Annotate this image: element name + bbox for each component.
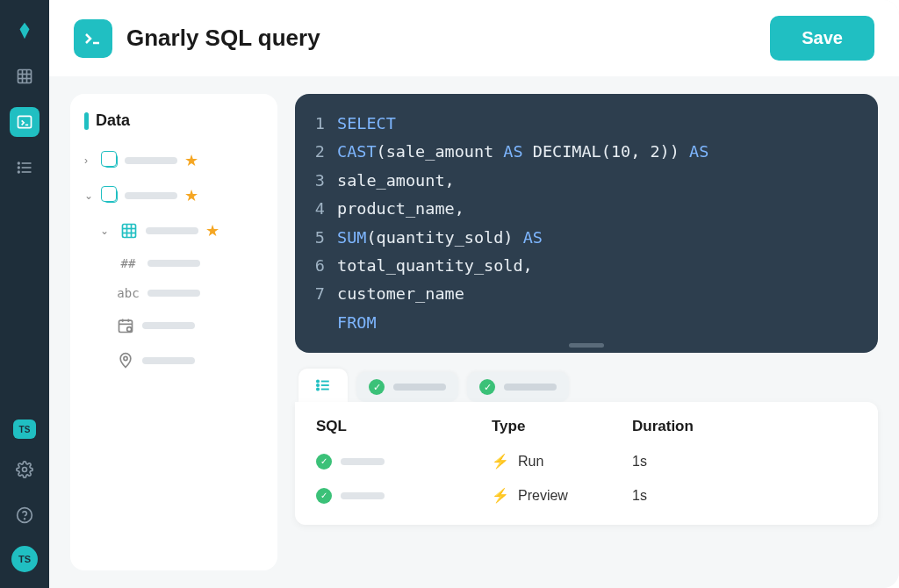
skeleton-text (147, 260, 200, 267)
tree-row[interactable] (84, 312, 263, 339)
calendar-icon (116, 316, 135, 335)
code-text: SUM(quantity_sold) AS (337, 224, 543, 252)
nav-terminal[interactable] (10, 107, 40, 137)
tree-row[interactable]: ## (84, 253, 263, 274)
star-icon[interactable]: ★ (184, 186, 198, 205)
svg-point-26 (127, 327, 132, 332)
settings-icon[interactable] (10, 455, 40, 484)
terminal-icon (74, 19, 112, 58)
check-icon: ✓ (316, 454, 332, 470)
bolt-icon: ⚡ (492, 487, 509, 504)
code-text: total_quantity_sold, (337, 252, 533, 280)
chevron-right-icon: › (84, 154, 97, 167)
code-text: FROM (337, 309, 377, 337)
line-number: 7 (313, 280, 337, 308)
bolt-icon: ⚡ (492, 453, 509, 470)
accent-bar (84, 112, 89, 130)
star-icon[interactable]: ★ (205, 221, 219, 240)
column-type-icon: abc (116, 286, 140, 300)
column-type-icon: ## (116, 256, 140, 270)
col-header-type: Type (492, 418, 632, 435)
svg-rect-5 (18, 116, 32, 127)
skeleton-text (504, 384, 557, 391)
list-icon (314, 377, 332, 393)
code-text: sale_amount, (337, 167, 455, 195)
table-icon (119, 221, 139, 240)
skeleton-text (142, 357, 195, 364)
skeleton-text (125, 157, 177, 164)
code-line: 7customer_name (313, 280, 860, 308)
code-text: CAST(sale_amount AS DECIMAL(10, 2)) AS (337, 138, 708, 166)
code-line: 1SELECT (313, 110, 860, 138)
line-number: 6 (313, 252, 337, 280)
svg-point-32 (317, 384, 319, 386)
svg-point-12 (18, 171, 20, 173)
location-icon (116, 351, 135, 370)
dataset-icon (104, 154, 118, 168)
svg-point-15 (25, 519, 25, 520)
code-line: 6total_quantity_sold, (313, 252, 860, 280)
row-type: Run (518, 454, 543, 470)
chevron-down-icon: ⌄ (100, 225, 112, 237)
page-title: Gnarly SQL query (126, 25, 756, 52)
results-panel: ✓ ✓ SQL Type Duration (295, 369, 878, 525)
dataset-icon (104, 189, 118, 203)
tree-row[interactable]: ⌄★ (84, 183, 263, 209)
tree-row[interactable] (84, 348, 263, 374)
svg-point-13 (23, 468, 27, 472)
line-number: 2 (313, 138, 337, 166)
avatar[interactable]: TS (11, 546, 38, 572)
results-table: SQL Type Duration ✓⚡Run1s✓⚡Preview1s (295, 402, 878, 525)
star-icon[interactable]: ★ (184, 151, 198, 170)
help-icon[interactable] (10, 500, 40, 530)
chevron-down-icon: ⌄ (84, 190, 97, 202)
svg-point-27 (124, 356, 127, 360)
svg-point-11 (18, 167, 20, 169)
tab-result-1[interactable]: ✓ (356, 372, 458, 402)
check-icon: ✓ (479, 379, 495, 395)
header: Gnarly SQL query Save (49, 0, 899, 76)
tab-list[interactable] (298, 369, 348, 402)
skeleton-text (125, 192, 177, 199)
tree-row[interactable]: ›★ (84, 147, 263, 174)
nav-list[interactable] (10, 153, 40, 183)
code-line: 3sale_amount, (313, 167, 860, 195)
svg-rect-17 (123, 225, 136, 238)
sidebar-nav: TS TS (0, 0, 49, 588)
svg-point-10 (18, 162, 20, 164)
resize-handle[interactable] (569, 343, 604, 348)
table-row[interactable]: ✓⚡Run1s (295, 444, 878, 478)
save-button[interactable]: Save (770, 16, 874, 61)
svg-point-31 (317, 380, 319, 382)
row-duration: 1s (632, 454, 857, 470)
table-row[interactable]: ✓⚡Preview1s (295, 478, 878, 513)
skeleton-text (142, 322, 195, 329)
tree-row[interactable]: abc (84, 283, 263, 304)
code-line: 2CAST(sale_amount AS DECIMAL(10, 2)) AS (313, 138, 860, 166)
row-duration: 1s (632, 488, 857, 504)
line-number: 4 (313, 195, 337, 223)
nav-grid[interactable] (10, 61, 40, 91)
col-header-duration: Duration (632, 418, 857, 435)
sql-editor[interactable]: 1SELECT2CAST(sale_amount AS DECIMAL(10, … (295, 94, 878, 353)
data-tree: ›★⌄★⌄★##abc (84, 147, 263, 374)
line-number (313, 309, 337, 337)
svg-rect-0 (18, 70, 32, 83)
tree-row[interactable]: ⌄★ (84, 218, 263, 244)
ts-badge[interactable]: TS (13, 419, 36, 439)
skeleton-text (341, 492, 385, 499)
line-number: 1 (313, 110, 337, 138)
data-panel-title: Data (96, 111, 130, 130)
code-line: FROM (313, 309, 860, 337)
logo-icon[interactable] (10, 16, 40, 46)
line-number: 5 (313, 224, 337, 252)
code-line: 5SUM(quantity_sold) AS (313, 224, 860, 252)
svg-point-33 (317, 388, 319, 390)
skeleton-text (147, 290, 200, 297)
code-text: product_name, (337, 195, 464, 223)
skeleton-text (393, 384, 446, 391)
code-text: SELECT (337, 110, 396, 138)
line-number: 3 (313, 167, 337, 195)
tab-result-2[interactable]: ✓ (467, 372, 569, 402)
skeleton-text (341, 458, 385, 465)
